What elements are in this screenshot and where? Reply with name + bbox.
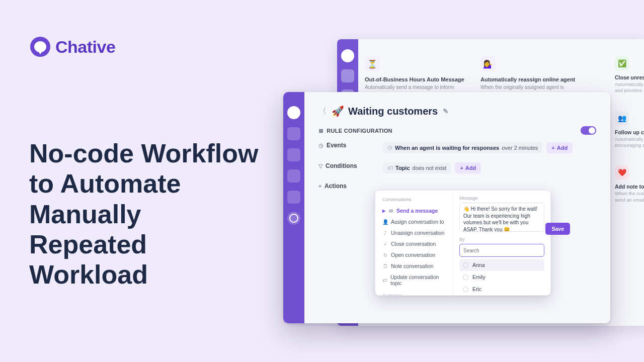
rule-configuration-label: RULE CONFIGURATION	[327, 128, 392, 134]
sidebar-item-icon[interactable]	[287, 148, 300, 161]
action-send-message[interactable]: ▶ ✉ Send a message	[377, 205, 451, 216]
workflow-card[interactable]: ⏳ Out-of-Business Hours Auto Message Aut…	[365, 56, 470, 98]
by-option[interactable]: Eric	[459, 283, 544, 295]
rocket-icon: 🚀	[332, 105, 344, 117]
people-icon: 👥	[615, 111, 629, 125]
plus-icon: +	[460, 165, 463, 171]
card-title: Close unrespon	[615, 74, 644, 80]
by-option-label: Eric	[472, 286, 481, 292]
rule-enabled-toggle[interactable]	[581, 126, 596, 135]
note-icon: 🗒	[382, 263, 388, 269]
radio-icon	[463, 287, 468, 292]
action-assign-conversation[interactable]: 👤 Assign conversation to	[377, 216, 451, 227]
refresh-circle-icon[interactable]	[287, 212, 300, 225]
brand-name: Chative	[55, 37, 115, 57]
sidebar-item-icon[interactable]	[287, 191, 300, 204]
condition-chip-secondary: does not exist	[413, 165, 447, 171]
radio-icon	[463, 262, 468, 268]
action-label: Send a message	[396, 208, 438, 214]
by-option-label: Emily	[472, 274, 486, 280]
add-label: Add	[557, 145, 568, 151]
by-options-list: Anna Emily Eric	[459, 259, 544, 295]
sidebar-item-icon[interactable]	[287, 169, 300, 183]
workflow-card[interactable]: ❤️ Add note to sen When the custo period…	[615, 165, 644, 203]
workflow-card[interactable]: 💁‍♀️ Automatically reassign online agent…	[480, 56, 586, 98]
page-title: 🚀 Waiting customers ✎	[332, 105, 449, 117]
add-label: Add	[465, 165, 476, 171]
card-title: Out-of-Business Hours Auto Message	[365, 76, 470, 82]
action-open-conversation[interactable]: ↻ Open conversation	[377, 249, 451, 260]
workflow-card[interactable]: 👥 Follow up custo Automatically s who ha…	[615, 111, 644, 149]
action-label: Assign conversation to	[391, 219, 444, 225]
action-label: Open conversation	[391, 252, 435, 258]
brand: Chative	[30, 37, 115, 57]
filter-icon: ▽	[318, 163, 323, 169]
sliders-icon: ≣	[318, 127, 324, 134]
card-title: Follow up custo	[615, 129, 644, 135]
event-chip-secondary: over 2 minutes	[502, 145, 538, 151]
tag-icon: 🏷	[382, 278, 387, 283]
card-description: When the custo period of time, i send an…	[615, 191, 644, 203]
add-event-button[interactable]: + Add	[546, 142, 573, 153]
by-option[interactable]: Anna	[459, 259, 544, 271]
card-title: Add note to sen	[615, 184, 644, 190]
hourglass-icon: ⏳	[365, 56, 380, 71]
panel-sidebar	[283, 92, 304, 323]
card-description: Automatically c unresponsive fo and prio…	[615, 81, 644, 94]
page-title-text: Waiting customers	[348, 106, 438, 117]
card-description: Automatically s who have not re encourag…	[615, 136, 644, 149]
clock-icon: ◷	[318, 142, 324, 149]
popover-section-customer: Customer	[377, 292, 451, 295]
cursor-icon: ⌖	[318, 183, 321, 190]
chat-bubble-icon[interactable]	[287, 106, 300, 119]
by-option-label: Anna	[472, 262, 485, 268]
workflow-card-strip: ✅ Close unrespon Automatically c unrespo…	[615, 56, 644, 203]
by-search-input[interactable]	[459, 244, 544, 257]
edit-title-button[interactable]: ✎	[443, 107, 449, 115]
radio-icon	[463, 275, 468, 280]
by-option[interactable]: Emily	[459, 271, 544, 283]
chat-bubble-icon	[341, 49, 354, 62]
clock-icon: ◷	[387, 144, 392, 151]
popover-section-conversations: Conversations	[377, 196, 451, 205]
actions-label: Actions	[325, 183, 347, 190]
by-field-label: By	[459, 237, 544, 242]
card-title: Automatically reassign online agent	[480, 76, 586, 82]
action-note-conversation[interactable]: 🗒 Note conversation	[377, 260, 451, 272]
events-label: Events	[327, 142, 346, 149]
action-label: Note conversation	[391, 263, 434, 269]
action-label: Close conversation	[391, 241, 436, 247]
plus-icon: +	[551, 145, 554, 151]
action-label: Unassign conversation	[391, 230, 444, 236]
tag-icon: 🏷	[387, 165, 393, 171]
rule-editor-panel: 〈 🚀 Waiting customers ✎ ≣ RULE CONFIGURA…	[283, 92, 610, 323]
workflow-card[interactable]: ✅ Close unrespon Automatically c unrespo…	[615, 56, 644, 94]
sidebar-item-icon[interactable]	[287, 127, 300, 140]
actions-popover: Conversations ▶ ✉ Send a message 👤 Assig…	[375, 190, 551, 296]
brand-logo-icon	[30, 37, 50, 57]
back-button[interactable]: 〈	[318, 106, 327, 117]
action-close-conversation[interactable]: ✓ Close conversation	[377, 238, 451, 249]
heart-icon: ❤️	[615, 165, 629, 179]
envelope-icon: ✉	[388, 208, 393, 214]
event-chip-primary: When an agent is waiting for responses	[395, 145, 499, 151]
headline-text: No-code Workflow to Automate Manually Re…	[29, 138, 261, 290]
checkmark-icon: ✅	[615, 56, 629, 70]
person-icon: 💁‍♀️	[480, 56, 496, 71]
message-field-label: Message	[459, 196, 544, 201]
unassign-icon: ⤴	[382, 230, 388, 236]
check-icon: ✓	[382, 241, 388, 247]
chevron-right-icon: ▶	[382, 209, 385, 213]
action-unassign-conversation[interactable]: ⤴ Unassign conversation	[377, 227, 451, 238]
action-update-topic[interactable]: 🏷 Update conversation topic	[377, 272, 451, 289]
user-icon: 👤	[382, 219, 388, 225]
condition-chip-primary: Topic	[395, 165, 410, 171]
message-textarea[interactable]	[459, 203, 544, 232]
save-button[interactable]: Save	[545, 223, 570, 235]
add-condition-button[interactable]: + Add	[455, 162, 481, 173]
condition-chip[interactable]: 🏷 Topic does not exist	[383, 162, 451, 173]
event-chip[interactable]: ◷ When an agent is waiting for responses…	[383, 142, 542, 153]
conditions-label: Conditions	[326, 162, 357, 169]
action-label: Update conversation topic	[390, 274, 446, 286]
open-icon: ↻	[382, 252, 388, 258]
